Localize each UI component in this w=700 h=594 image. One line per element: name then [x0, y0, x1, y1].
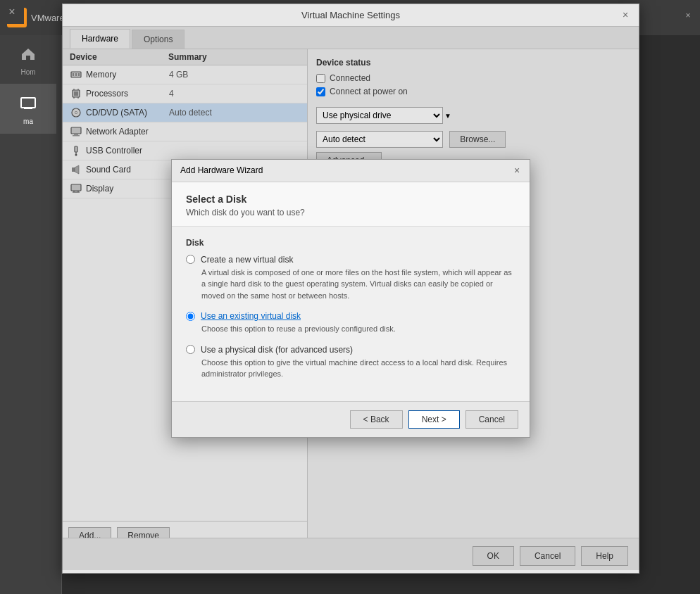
radio-row-use-physical: Use a physical disk (for advanced users)	[186, 345, 515, 355]
radio-desc-create-new: A virtual disk is composed of one or mor…	[201, 267, 515, 302]
radio-option-create-new: Create a new virtual disk A virtual disk…	[186, 255, 515, 302]
radio-desc-use-existing: Choose this option to reuse a previously…	[201, 323, 515, 335]
radio-desc-use-physical: Choose this option to give the virtual m…	[201, 357, 515, 380]
radio-row-use-existing: Use an existing virtual disk	[186, 311, 515, 321]
next-button[interactable]: Next >	[408, 410, 460, 429]
left-sidebar: Hom ma	[0, 35, 62, 594]
wizard-body: Disk Create a new virtual disk A virtual…	[172, 227, 530, 401]
radio-create-new[interactable]	[186, 255, 195, 264]
wizard-dialog: Add Hardware Wizard × Select a Disk Whic…	[171, 159, 530, 438]
sidebar-item-machine[interactable]: ma	[0, 84, 56, 134]
radio-use-physical-label[interactable]: Use a physical disk (for advanced users)	[201, 345, 353, 355]
back-button[interactable]: < Back	[350, 410, 403, 429]
radio-option-use-physical: Use a physical disk (for advanced users)…	[186, 345, 515, 380]
machine-icon	[17, 92, 39, 115]
outer-close-button[interactable]: ×	[676, 4, 700, 27]
radio-use-existing[interactable]	[186, 312, 195, 321]
wizard-close-button[interactable]: ×	[510, 163, 524, 177]
wizard-footer: < Back Next > Cancel	[172, 401, 530, 437]
radio-option-use-existing: Use an existing virtual disk Choose this…	[186, 311, 515, 335]
svg-rect-3	[24, 108, 32, 109]
vm-settings-titlebar: Virtual Machine Settings ×	[63, 4, 639, 27]
vmware-app-title: VMware	[31, 13, 65, 23]
wizard-overlay: Add Hardware Wizard × Select a Disk Whic…	[62, 26, 639, 570]
radio-row-create-new: Create a new virtual disk	[186, 255, 515, 265]
radio-use-physical[interactable]	[186, 345, 195, 354]
sidebar-home-label: Hom	[20, 68, 35, 76]
radio-create-new-label[interactable]: Create a new virtual disk	[201, 255, 293, 265]
wizard-cancel-button[interactable]: Cancel	[465, 410, 518, 429]
sidebar-machine-label: ma	[23, 118, 33, 125]
wizard-header-section: Select a Disk Which disk do you want to …	[172, 182, 530, 227]
wizard-heading: Select a Disk	[186, 194, 515, 205]
wizard-disk-label: Disk	[186, 238, 515, 248]
vm-settings-title: Virtual Machine Settings	[70, 10, 632, 20]
wizard-title: Add Hardware Wizard	[180, 165, 263, 175]
vmware-close-button[interactable]: ×	[0, 0, 24, 24]
home-icon	[17, 43, 39, 65]
svg-rect-2	[21, 98, 35, 108]
wizard-subheading: Which disk do you want to use?	[186, 208, 515, 217]
vm-settings-close-button[interactable]: ×	[618, 7, 633, 23]
sidebar-item-home[interactable]: Hom	[0, 35, 56, 84]
wizard-titlebar: Add Hardware Wizard ×	[172, 160, 530, 182]
radio-use-existing-label[interactable]: Use an existing virtual disk	[201, 311, 301, 321]
